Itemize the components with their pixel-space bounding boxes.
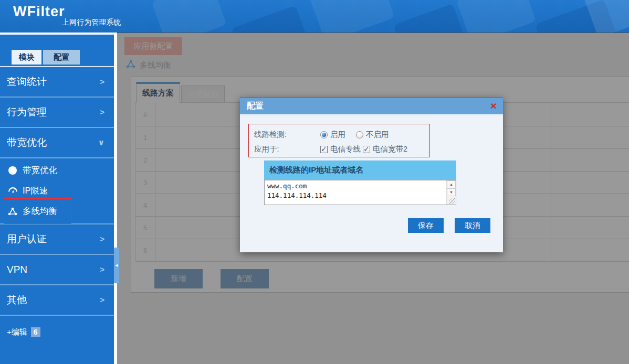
tab-config[interactable]: 配置 (43, 50, 80, 65)
radio-enable[interactable]: 启用 (320, 130, 345, 140)
scroll-down-icon[interactable]: ▼ (447, 188, 456, 196)
sidebar-item-bandwidth-opt[interactable]: 带宽优化 ∨ (0, 128, 114, 158)
edit-count-badge: 6 (31, 327, 40, 337)
chevron-right-icon: > (100, 67, 104, 97)
sidebar-submenu: 带宽优化 IP限速 多线均衡 (0, 158, 114, 224)
checkbox-checked-icon[interactable] (320, 146, 328, 153)
app-header: WFilter 上网行为管理系统 (0, 0, 629, 33)
resize-grip-icon[interactable] (449, 198, 455, 204)
sidebar-item-user-auth[interactable]: 用户认证 > (0, 224, 114, 255)
edit-link[interactable]: +编辑6 (0, 327, 114, 337)
chevron-right-icon: > (100, 285, 104, 315)
save-button[interactable]: 保存 (408, 218, 444, 233)
network-icon (7, 207, 18, 216)
chevron-left-icon: ◀ (115, 263, 118, 267)
sidebar-item-query-stats[interactable]: 查询统计 > (0, 67, 114, 98)
detect-ip-textarea-wrap: www.qq.com 114.114.114.114 ▲ ▼ (264, 180, 456, 205)
chevron-right-icon: > (100, 224, 104, 254)
apply-to-label: 应用于: (254, 144, 320, 154)
line-detect-fieldset: 线路检测: 启用 不启用 应用于: 电信专线 电信宽带2 (248, 124, 430, 157)
radio-disable[interactable]: 不启用 (356, 130, 389, 140)
line-detect-label: 线路检测: (254, 130, 320, 140)
tab-modules[interactable]: 模块 (12, 50, 41, 65)
chevron-right-icon: > (100, 255, 104, 284)
sidebar-item-behavior-mgmt[interactable]: 行为管理 > (0, 98, 114, 128)
dialog-titlebar: 配置 × (240, 97, 503, 115)
app-subtitle: 上网行为管理系统 (62, 18, 121, 27)
checkbox-checked-icon[interactable] (363, 146, 370, 153)
cancel-button[interactable]: 取消 (455, 218, 490, 233)
circle-icon (7, 166, 18, 175)
config-dialog: 配置 × 线路检测: 启用 不启用 应用于: 电信专线 电信宽带2 (240, 97, 503, 252)
close-icon[interactable]: × (490, 99, 497, 113)
checkbox-telecom-broadband2[interactable]: 电信宽带2 (363, 144, 407, 154)
chevron-down-icon: ∨ (98, 128, 104, 157)
selected-item-red-outline: 多线均衡 (4, 198, 71, 224)
sidebar: 模块配置 查询统计 > 行为管理 > 带宽优化 ∨ 带宽优化 IP限速 (0, 33, 114, 364)
sidebar-tab-bar: 模块配置 (12, 50, 114, 65)
radio-on-icon[interactable] (320, 131, 328, 138)
detect-ip-textarea[interactable]: www.qq.com 114.114.114.114 (265, 180, 446, 205)
sidebar-collapse-handle[interactable]: ◀ (114, 248, 119, 283)
sidebar-item-other[interactable]: 其他 > (0, 285, 114, 316)
app-logo: WFilter (13, 4, 65, 20)
sidebar-subitem-multiline-balance[interactable]: 多线均衡 (0, 201, 114, 221)
radio-off-icon[interactable] (356, 131, 363, 138)
textarea-scrollbar[interactable]: ▲ ▼ (446, 180, 456, 205)
checkbox-telecom-line[interactable]: 电信专线 (320, 144, 361, 154)
detect-ip-section-header: 检测线路的IP地址或者域名 (264, 160, 456, 180)
sidebar-subitem-bandwidth-opt[interactable]: 带宽优化 (0, 160, 114, 180)
chevron-right-icon: > (100, 98, 104, 127)
scroll-up-icon[interactable]: ▲ (447, 180, 456, 188)
gauge-icon (7, 187, 18, 195)
dialog-title: 配置 (247, 101, 264, 110)
sidebar-item-vpn[interactable]: VPN > (0, 255, 114, 285)
